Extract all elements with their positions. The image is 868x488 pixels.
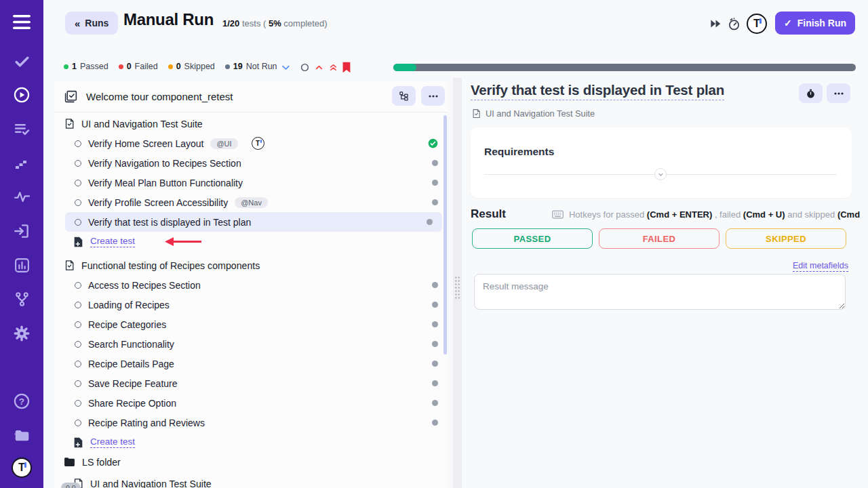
drag-handle-icon[interactable]: [454, 276, 460, 300]
create-test-row[interactable]: Create test: [54, 232, 448, 251]
notrun-dot-icon: [225, 64, 230, 69]
test-row[interactable]: Recipe Categories: [54, 314, 448, 334]
test-detail-title[interactable]: Verify that test is displayed in Test pl…: [471, 82, 724, 100]
circle-filter-icon[interactable]: [298, 61, 311, 73]
logo-t-icon: T: [747, 14, 767, 34]
suite-row[interactable]: Functional testing of Recipes components: [54, 256, 448, 275]
pulse-icon[interactable]: [0, 187, 43, 206]
test-timer-button[interactable]: [799, 83, 823, 103]
file-plus-icon: [73, 437, 83, 448]
test-circle-icon: [75, 380, 81, 387]
test-circle-icon: [75, 282, 81, 289]
edit-metafields-link[interactable]: Edit metafields: [793, 261, 848, 272]
test-row[interactable]: Search Functionality: [54, 334, 448, 354]
detail-suite-link[interactable]: UI and Navigation Test Suite: [471, 108, 595, 119]
requirements-card: Requirements: [471, 127, 852, 198]
create-test-link[interactable]: Create test: [90, 436, 135, 448]
test-circle-icon: [75, 400, 81, 407]
suite-row-partial[interactable]: 0.0 UI and Navigation Test Suite: [54, 474, 448, 488]
notrun-status-dot: [432, 361, 438, 367]
test-row[interactable]: Recipe Rating and Reviews: [54, 413, 448, 432]
notrun-status-dot: [432, 160, 438, 166]
test-more-button[interactable]: [827, 83, 850, 103]
finish-run-label: Finish Run: [797, 18, 846, 28]
logo-t-icon: T: [252, 137, 264, 150]
suite-doc-icon: [64, 260, 75, 271]
verdict-buttons: PASSED FAILED SKIPPED: [472, 228, 846, 249]
create-test-link[interactable]: Create test: [90, 236, 135, 247]
skipped-button[interactable]: SKIPPED: [726, 228, 846, 249]
tree-list: UI and Navigation Test Suite Verify Home…: [54, 113, 448, 488]
projects-folder-icon[interactable]: [0, 426, 43, 445]
double-chevron-up-icon[interactable]: [327, 61, 339, 73]
test-row[interactable]: Verify Meal Plan Button Functionality: [54, 173, 448, 192]
tests-check-icon[interactable]: [0, 52, 43, 70]
result-message-input[interactable]: [474, 274, 846, 310]
finish-run-button[interactable]: ✓ Finish Run: [775, 12, 855, 35]
menu-icon[interactable]: [0, 12, 43, 31]
bookmark-icon[interactable]: [340, 61, 353, 73]
check-icon: ✓: [784, 18, 792, 28]
test-row-selected[interactable]: Verify that test is displayed in Test pl…: [65, 212, 442, 232]
test-label: Recipe Rating and Reviews: [88, 418, 205, 428]
test-label: Verify that test is displayed in Test pl…: [88, 217, 251, 228]
suite-row[interactable]: UI and Navigation Test Suite: [54, 114, 448, 134]
notrun-status-dot: [432, 180, 438, 186]
chevron-up-icon[interactable]: [313, 61, 325, 73]
tree-more-button[interactable]: [421, 86, 445, 106]
ellipsis-icon: [429, 95, 438, 98]
chevron-down-icon: [658, 171, 664, 178]
test-detail-panel: Verify that test is displayed in Test pl…: [462, 78, 868, 488]
analytics-icon[interactable]: [0, 256, 43, 274]
test-row[interactable]: Recipe Details Page: [54, 354, 448, 373]
test-label: Recipe Details Page: [88, 359, 174, 369]
project-logo-badge[interactable]: T: [746, 13, 768, 35]
passed-dot-icon: [64, 64, 68, 69]
notrun-status-dot: [432, 321, 438, 327]
folder-row[interactable]: LS folder: [54, 452, 448, 472]
import-icon[interactable]: [0, 222, 43, 241]
notrun-status-dot: [432, 420, 438, 426]
tag-badge: @Nav: [235, 197, 268, 208]
create-test-row[interactable]: Create test: [54, 432, 448, 452]
test-row[interactable]: Verify Profile Screen Accessibility @Nav: [54, 192, 448, 212]
suite-title: UI and Navigation Test Suite: [90, 479, 212, 488]
test-row[interactable]: Save Recipe Feature: [54, 373, 448, 393]
fast-forward-icon[interactable]: [708, 16, 723, 31]
run-header: « Runs Manual Run 1/20 tests ( 5% comple…: [43, 0, 868, 46]
tree-scrollbar[interactable]: [443, 115, 447, 354]
test-circle-icon: [75, 341, 81, 348]
requirements-expand-button[interactable]: [654, 168, 667, 180]
test-row[interactable]: Share Recipe Option: [54, 393, 448, 413]
test-row[interactable]: Loading of Recipes: [54, 295, 448, 314]
test-label: Verify Profile Screen Accessibility: [88, 197, 228, 208]
test-row[interactable]: Verify Home Screen Layout @UI T: [54, 134, 448, 153]
passed-legend: 1Passed: [64, 62, 108, 71]
test-label: Loading of Recipes: [88, 300, 170, 310]
test-row[interactable]: Verify Navigation to Recipes Section: [54, 153, 448, 173]
notrun-legend: 19Not Run: [225, 62, 277, 71]
collapse-chevron-down-icon[interactable]: [279, 61, 292, 73]
timer-icon[interactable]: [726, 16, 741, 31]
panel-resize-gutter[interactable]: [453, 78, 462, 488]
help-icon[interactable]: ?: [0, 392, 43, 411]
notrun-status-dot: [432, 199, 438, 205]
failed-button[interactable]: FAILED: [599, 228, 719, 249]
red-arrow-annotation: [163, 237, 203, 247]
run-play-icon[interactable]: [0, 85, 43, 104]
count-badge: 0.0: [61, 483, 81, 488]
steps-icon[interactable]: [0, 154, 43, 173]
test-row[interactable]: Access to Recipes Section: [54, 275, 448, 295]
branch-icon[interactable]: [0, 289, 43, 308]
back-to-runs-button[interactable]: « Runs: [65, 12, 118, 35]
suite-doc-icon: [471, 108, 481, 119]
settings-gear-icon[interactable]: [0, 324, 43, 343]
passed-button[interactable]: PASSED: [472, 228, 593, 249]
suite-title: UI and Navigation Test Suite: [81, 119, 203, 129]
tree-view-button[interactable]: [392, 86, 416, 106]
test-label: Recipe Categories: [88, 319, 166, 330]
keyboard-icon: [552, 210, 564, 219]
file-plus-icon: [73, 237, 83, 247]
app-logo[interactable]: T: [0, 458, 43, 477]
test-plans-icon[interactable]: [0, 119, 43, 138]
